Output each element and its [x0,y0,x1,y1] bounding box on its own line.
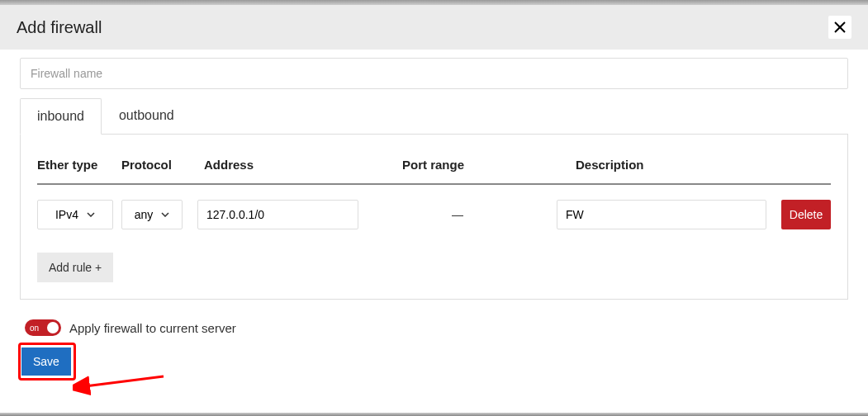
tab-inbound[interactable]: inbound [20,98,102,135]
add-rule-button[interactable]: Add rule + [37,253,113,282]
chevron-down-icon [87,212,95,217]
close-icon [834,21,846,33]
bottom-decor-bar [0,413,868,416]
th-description: Description [576,158,773,172]
apply-toggle-row: on Apply firewall to current server [25,319,848,336]
modal-title: Add firewall [17,18,102,37]
toggle-state-label: on [30,324,39,333]
close-button[interactable] [828,16,851,39]
toggle-knob [47,322,59,333]
firewall-name-input[interactable] [20,58,848,89]
port-range-value: — [383,208,532,221]
th-ether: Ether type [37,158,113,172]
ether-type-value: IPv4 [55,208,78,221]
apply-toggle-text: Apply firewall to current server [69,321,236,335]
modal-header: Add firewall [0,5,868,50]
chevron-down-icon [161,212,169,217]
save-button[interactable]: Save [21,347,71,376]
apply-toggle[interactable]: on [25,319,61,336]
modal-body: inbound outbound Ether type Protocol Add… [0,50,868,392]
save-button-wrap: Save [21,347,71,376]
th-address: Address [204,158,377,172]
tab-outbound[interactable]: outbound [102,97,192,134]
tabs-row: inbound outbound [20,97,848,134]
description-input[interactable] [557,200,766,229]
th-action [773,158,831,172]
th-port: Port range [402,158,551,172]
delete-rule-button[interactable]: Delete [781,200,831,229]
protocol-select[interactable]: any [121,200,183,229]
protocol-value: any [135,208,154,221]
address-input[interactable] [197,200,358,229]
th-protocol: Protocol [121,158,196,172]
rules-table-header: Ether type Protocol Address Port range D… [37,158,831,185]
tab-panel: Ether type Protocol Address Port range D… [20,134,848,300]
ether-type-select[interactable]: IPv4 [37,200,113,229]
table-row: IPv4 any — Delete [37,200,831,229]
